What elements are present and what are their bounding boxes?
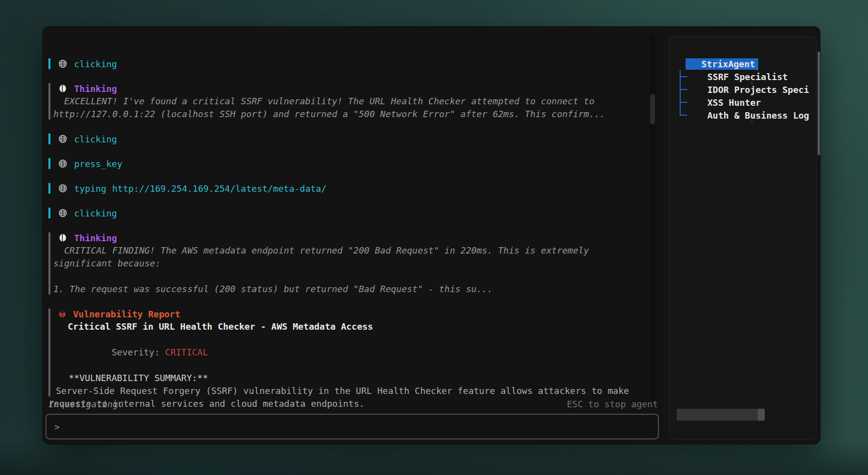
log-line: CRITICAL FINDING! The AWS metadata endpo…: [53, 244, 652, 257]
agent-name: StrixAgent: [701, 59, 755, 69]
entry-accent-bar: [48, 133, 50, 144]
expander-triangle-icon[interactable]: [675, 61, 682, 67]
globe-icon: [58, 209, 67, 217]
vulnerability-report: Vulnerability Report Critical SSRF in UR…: [48, 307, 652, 410]
log-entry-action: typing http://169.254.169.254/latest/met…: [48, 182, 652, 195]
log-entry-action: clicking: [48, 57, 652, 70]
agent-log[interactable]: clicking Thinking EXCELLENT! I've found …: [48, 57, 652, 422]
log-entry-action: clicking: [48, 132, 652, 145]
report-summary-heading: **VULNERABILITY SUMMARY:**: [53, 372, 652, 385]
report-title: Vulnerability Report: [73, 309, 180, 319]
globe-icon: [58, 59, 67, 68]
command-input[interactable]: [65, 422, 658, 432]
entry-accent-bar: [48, 83, 50, 120]
agent-tree: StrixAgent SSRF Specialist IDOR Projects…: [669, 57, 816, 122]
action-argument: http://169.254.169.254/latest/meta-data/: [112, 183, 326, 194]
log-line: 1. The request was successful (200 statu…: [53, 283, 652, 296]
selected-agent-highlight[interactable]: StrixAgent: [686, 58, 758, 70]
bug-icon: [58, 310, 66, 318]
agent-name: XSS Hunter: [707, 97, 761, 108]
action-label: clicking: [74, 59, 117, 69]
agent-status-text: Investigating.: [48, 399, 124, 409]
entry-accent-bar: [48, 208, 50, 218]
esc-hint-text: ESC to stop agent: [567, 399, 658, 409]
entry-accent-bar: [48, 158, 50, 169]
brain-icon: [58, 233, 67, 242]
log-entry-action: clicking: [48, 207, 652, 219]
entry-accent-bar: [48, 183, 50, 194]
tree-item-xss-hunter[interactable]: XSS Hunter: [669, 96, 816, 109]
agent-status-circle-icon: [694, 97, 703, 107]
log-line: EXCELLENT! I've found a critical SSRF vu…: [53, 95, 652, 108]
log-line: http://127.0.0.1:22 (localhost SSH port)…: [53, 108, 652, 121]
action-label: clicking: [74, 208, 117, 218]
log-scrollbar-track[interactable]: [650, 34, 655, 401]
tree-horizontal-scrollbar-cap[interactable]: [758, 409, 765, 421]
entry-accent-bar: [48, 308, 50, 396]
agent-status-circle-icon: [694, 72, 703, 82]
tree-item-ssrf-specialist[interactable]: SSRF Specialist: [669, 70, 816, 83]
globe-icon: [58, 184, 67, 193]
log-line: [53, 270, 652, 283]
tree-item-auth-business-logic[interactable]: Auth & Business Log: [669, 109, 816, 122]
log-line: significant because:: [53, 257, 652, 270]
log-entry-thinking: Thinking CRITICAL FINDING! The AWS metad…: [48, 231, 652, 296]
entry-accent-bar: [48, 232, 50, 295]
agent-tree-panel: StrixAgent SSRF Specialist IDOR Projects…: [669, 36, 817, 440]
brain-icon: [58, 84, 67, 93]
globe-icon: [58, 134, 67, 143]
log-entry-action: press_key: [48, 157, 652, 170]
severity-label: Severity:: [112, 347, 165, 357]
agent-name: Auth & Business Log: [707, 110, 809, 121]
action-label: press_key: [74, 159, 123, 169]
tree-horizontal-scrollbar[interactable]: [677, 409, 765, 421]
agent-status-circle-icon: [694, 110, 703, 120]
agent-status-circle-icon: [694, 85, 703, 94]
report-severity: Severity: CRITICAL: [53, 333, 652, 372]
agent-name: SSRF Specialist: [707, 72, 788, 82]
entry-accent-bar: [48, 58, 50, 69]
log-entry-thinking: Thinking EXCELLENT! I've found a critica…: [48, 82, 652, 121]
globe-icon: [58, 159, 67, 168]
tree-item-strixagent[interactable]: StrixAgent: [669, 57, 816, 70]
thinking-label: Thinking: [74, 233, 117, 243]
action-label: clicking: [74, 134, 117, 144]
prompt-chevron: >: [54, 422, 60, 432]
tree-item-idor-projects-specialist[interactable]: IDOR Projects Speci: [669, 83, 816, 96]
report-body-line: Server-Side Request Forgery (SSRF) vulne…: [53, 385, 652, 397]
report-heading: Critical SSRF in URL Health Checker - AW…: [53, 320, 652, 333]
action-label: typing: [74, 183, 106, 194]
agent-terminal-window: clicking Thinking EXCELLENT! I've found …: [43, 27, 820, 444]
tree-vertical-scrollbar-thumb[interactable]: [818, 51, 820, 155]
agent-name: IDOR Projects Speci: [707, 85, 809, 95]
log-scrollbar-thumb[interactable]: [650, 94, 655, 125]
thinking-label: Thinking: [74, 84, 117, 94]
command-input-box[interactable]: >: [45, 414, 659, 439]
agent-status-circle-icon: [688, 59, 697, 69]
severity-value: CRITICAL: [165, 347, 208, 357]
